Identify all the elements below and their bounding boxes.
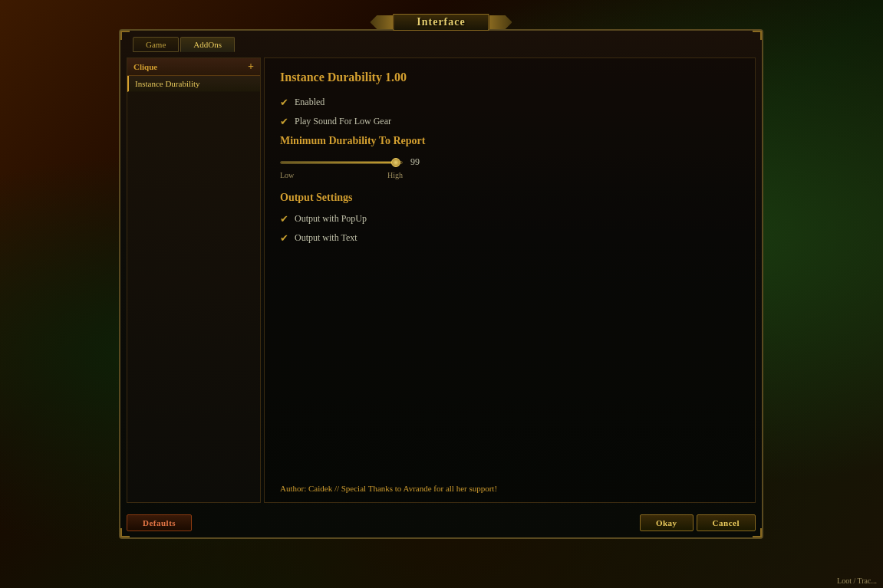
setting-row-output-popup: ✔ Output with PopUp (280, 213, 740, 225)
title-ornament-right (489, 15, 512, 29)
window-title-bar: Interface (370, 14, 512, 31)
setting-output-text-label: Output with Text (295, 232, 357, 244)
main-window: Interface Game AddOns Clique + Instance … (119, 29, 763, 539)
slider-labels: Low High (280, 171, 403, 179)
section-durability-title: Minimum Durability To Report (280, 135, 740, 147)
tab-bar: Game AddOns (133, 37, 235, 52)
author-text: Author: Caidek // Special Thanks to Avra… (280, 484, 497, 493)
corner-decoration-tl (120, 31, 130, 40)
sidebar-category-clique[interactable]: Clique + (127, 58, 260, 76)
okay-button[interactable]: Okay (640, 514, 694, 531)
slider-row: 99 (280, 156, 740, 168)
tab-addons[interactable]: AddOns (180, 37, 235, 52)
sidebar-item-instance-durability[interactable]: Instance Durability (127, 76, 260, 92)
title-ornament-left (370, 15, 393, 29)
defaults-button[interactable]: Defaults (127, 514, 192, 531)
slider-thumb[interactable] (391, 158, 400, 167)
check-output-text-icon: ✔ (280, 233, 288, 243)
right-panel: Instance Durability 1.00 ✔ Enabled ✔ Pla… (264, 57, 756, 503)
window-title: Interface (393, 14, 489, 31)
corner-decoration-tr (753, 31, 762, 40)
check-output-popup-icon: ✔ (280, 214, 288, 224)
slider-min-label: Low (280, 171, 294, 179)
tab-game[interactable]: Game (133, 37, 179, 52)
btn-group-right: Okay Cancel (640, 514, 756, 531)
bottom-taskbar: Loot / Trac... (831, 573, 883, 588)
slider-value: 99 (410, 156, 420, 168)
setting-enabled-label: Enabled (295, 97, 325, 108)
window-title-text: Interface (417, 16, 465, 28)
slider-max-label: High (387, 171, 403, 179)
check-play-sound-icon: ✔ (280, 117, 288, 126)
sidebar-expand-icon[interactable]: + (248, 61, 254, 72)
content-area: Clique + Instance Durability Instance Du… (127, 57, 756, 503)
setting-row-enabled: ✔ Enabled (280, 97, 740, 108)
check-enabled-icon: ✔ (280, 97, 288, 107)
setting-row-output-text: ✔ Output with Text (280, 232, 740, 244)
setting-play-sound-label: Play Sound For Low Gear (295, 116, 391, 127)
slider-track[interactable] (280, 161, 403, 164)
setting-row-play-sound: ✔ Play Sound For Low Gear (280, 116, 740, 127)
setting-output-popup-label: Output with PopUp (295, 213, 367, 225)
sidebar-category-label: Clique (133, 62, 157, 71)
bottom-buttons: Defaults Okay Cancel (127, 514, 756, 531)
durability-slider-container: 99 Low High (280, 156, 740, 179)
cancel-button[interactable]: Cancel (697, 514, 756, 531)
slider-fill (281, 162, 396, 163)
addon-title: Instance Durability 1.00 (280, 71, 740, 84)
sidebar: Clique + Instance Durability (127, 57, 261, 503)
section-output-title: Output Settings (280, 192, 740, 204)
